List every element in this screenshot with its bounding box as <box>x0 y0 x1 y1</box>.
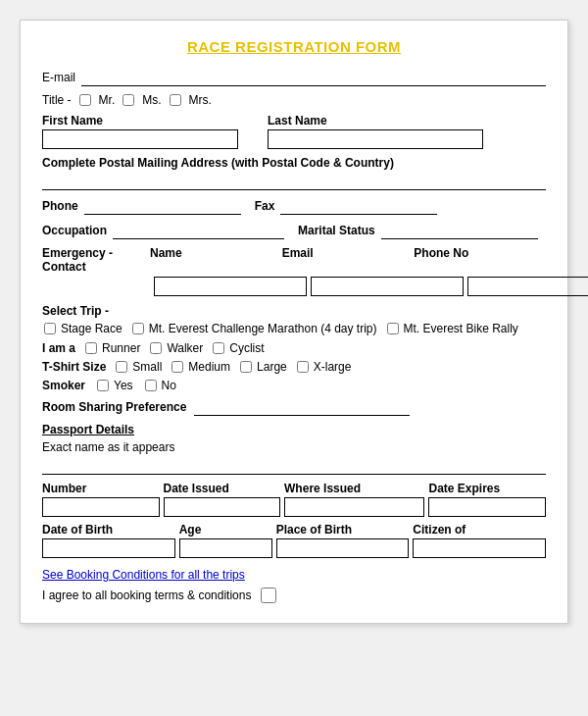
emergency-name-input[interactable] <box>154 277 307 296</box>
room-sharing-row: Room Sharing Preference <box>42 398 546 416</box>
booking-conditions-link[interactable]: See Booking Conditions for all the trips <box>42 568 546 582</box>
room-sharing-label: Room Sharing Preference <box>42 400 186 414</box>
address-label: Complete Postal Mailing Address (with Po… <box>42 156 546 170</box>
last-name-group: Last Name <box>268 114 483 149</box>
room-sharing-input[interactable] <box>194 398 410 416</box>
fax-input[interactable] <box>280 197 437 215</box>
small-label: Small <box>132 360 162 374</box>
cyclist-checkbox[interactable] <box>213 342 224 354</box>
iam-a-label: I am a <box>42 341 75 355</box>
emergency-email-input[interactable] <box>311 277 464 296</box>
runner-label: Runner <box>102 341 140 355</box>
citizen-of-header: Citizen of <box>413 523 546 537</box>
yes-checkbox[interactable] <box>97 380 109 391</box>
phone-fax-row: Phone Fax <box>42 197 546 215</box>
emergency-inputs <box>42 277 546 296</box>
email-input[interactable] <box>81 69 546 86</box>
cyclist-label: Cyclist <box>229 341 264 355</box>
dob-header: Date of Birth <box>42 523 175 537</box>
walker-checkbox[interactable] <box>150 342 162 354</box>
stage-race-checkbox[interactable] <box>44 323 56 334</box>
passport-grid-inputs <box>42 497 546 517</box>
form-container: RACE REGISTRATION FORM E-mail Title - Mr… <box>20 20 568 624</box>
select-trip-label: Select Trip - <box>42 304 109 318</box>
title-row: Title - Mr. Ms. Mrs. <box>42 93 546 107</box>
phone-label: Phone <box>42 199 78 213</box>
marathon-label: Mt. Everest Challenge Marathon (4 day tr… <box>149 322 377 335</box>
phone-input[interactable] <box>84 197 241 215</box>
first-name-group: First Name <box>42 114 238 149</box>
large-checkbox[interactable] <box>240 361 252 373</box>
emergency-header: Emergency - Contact Name Email Phone No <box>42 246 546 274</box>
dob-grid-inputs <box>42 538 546 558</box>
first-name-input[interactable] <box>42 129 238 149</box>
passport-where-issued-input[interactable] <box>284 497 424 517</box>
smoker-label: Smoker <box>42 379 85 392</box>
mr-label: Mr. <box>99 93 116 107</box>
address-input[interactable] <box>42 173 546 190</box>
marital-input[interactable] <box>381 222 538 239</box>
bike-rally-label: Mt. Everest Bike Rally <box>404 322 518 335</box>
tshirt-label: T-Shirt Size <box>42 360 106 374</box>
small-checkbox[interactable] <box>116 361 127 373</box>
exact-name-input[interactable] <box>42 457 546 475</box>
mrs-label: Mrs. <box>189 93 212 107</box>
marathon-item: Mt. Everest Challenge Marathon (4 day tr… <box>130 322 377 335</box>
passport-where-issued-header: Where Issued <box>284 482 424 495</box>
address-section: Complete Postal Mailing Address (with Po… <box>42 156 546 197</box>
last-name-input[interactable] <box>268 129 483 149</box>
xlarge-checkbox[interactable] <box>297 361 309 373</box>
dob-grid-header: Date of Birth Age Place of Birth Citizen… <box>42 523 546 537</box>
runner-item: Runner <box>83 341 140 355</box>
agree-row: I agree to all booking terms & condition… <box>42 588 546 603</box>
yes-label: Yes <box>114 379 133 392</box>
place-of-birth-input[interactable] <box>276 538 410 558</box>
yes-item: Yes <box>95 379 133 392</box>
runner-checkbox[interactable] <box>85 342 97 354</box>
marital-label: Marital Status <box>298 224 375 237</box>
passport-number-input[interactable] <box>42 497 160 517</box>
passport-date-issued-input[interactable] <box>164 497 281 517</box>
xlarge-label: X-large <box>314 360 352 374</box>
xlarge-item: X-large <box>295 360 352 374</box>
exact-name-label: Exact name as it appears <box>42 440 546 454</box>
large-label: Large <box>257 360 287 374</box>
bike-rally-checkbox[interactable] <box>387 323 399 334</box>
no-checkbox[interactable] <box>145 380 157 391</box>
mrs-checkbox[interactable] <box>170 94 181 106</box>
marathon-checkbox[interactable] <box>132 323 144 334</box>
passport-section: Passport Details Exact name as it appear… <box>42 423 546 558</box>
stage-race-label: Stage Race <box>61 322 122 335</box>
emergency-phone-input[interactable] <box>467 277 588 296</box>
walker-item: Walker <box>148 341 203 355</box>
passport-grid-header: Number Date Issued Where Issued Date Exp… <box>42 482 546 495</box>
select-trip-section: Select Trip - Stage Race Mt. Everest Cha… <box>42 304 546 335</box>
dob-input[interactable] <box>42 538 175 558</box>
trip-options-row: Stage Race Mt. Everest Challenge Maratho… <box>42 322 546 335</box>
fax-label: Fax <box>255 199 275 213</box>
large-item: Large <box>238 360 287 374</box>
place-of-birth-header: Place of Birth <box>276 523 410 537</box>
last-name-label: Last Name <box>268 114 483 128</box>
occupation-input[interactable] <box>113 222 284 239</box>
tshirt-row: T-Shirt Size Small Medium Large X-large <box>42 360 546 374</box>
passport-date-issued-header: Date Issued <box>164 482 281 495</box>
medium-checkbox[interactable] <box>172 361 183 373</box>
passport-date-expires-header: Date Expires <box>428 482 546 495</box>
ms-checkbox[interactable] <box>122 94 134 106</box>
medium-label: Medium <box>188 360 230 374</box>
emergency-phone-header: Phone No <box>414 246 546 274</box>
passport-number-header: Number <box>42 482 160 495</box>
agree-checkbox[interactable] <box>261 588 276 603</box>
stage-race-item: Stage Race <box>42 322 122 335</box>
mr-checkbox[interactable] <box>79 94 91 106</box>
emergency-email-header: Email <box>282 246 415 274</box>
email-label: E-mail <box>42 71 75 84</box>
iam-a-row: I am a Runner Walker Cyclist <box>42 341 546 355</box>
no-label: No <box>162 379 176 392</box>
passport-date-expires-input[interactable] <box>428 497 546 517</box>
citizen-of-input[interactable] <box>413 538 546 558</box>
emergency-name-header: Name <box>150 246 282 274</box>
age-input[interactable] <box>179 538 272 558</box>
smoker-row: Smoker Yes No <box>42 379 546 392</box>
